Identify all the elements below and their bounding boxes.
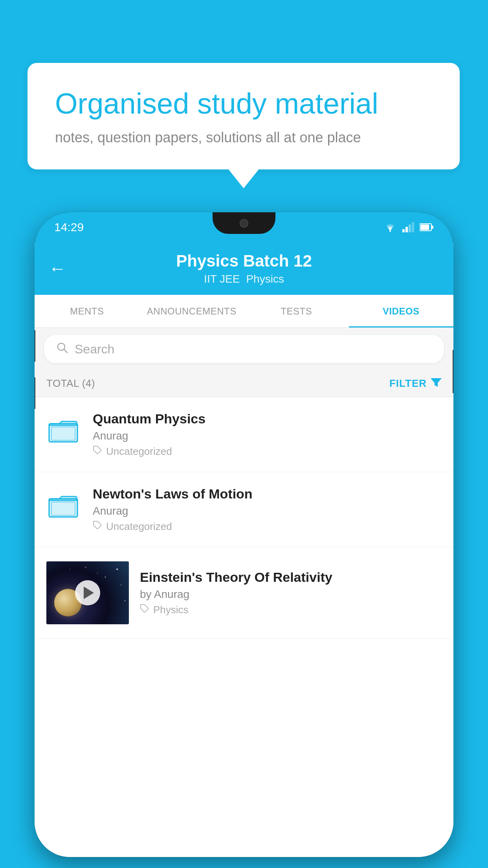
list-item[interactable]: Einstein's Theory Of Relativity by Anura… bbox=[35, 547, 453, 639]
header-subtitle: IIT JEE Physics bbox=[204, 273, 284, 285]
folder-icon-1 bbox=[46, 413, 82, 448]
list-item-content-1: Quantum Physics Anurag Uncategorized bbox=[93, 411, 442, 458]
header-title: Physics Batch 12 bbox=[176, 252, 312, 270]
svg-point-23 bbox=[97, 573, 98, 574]
list-item-content-2: Newton's Laws of Motion Anurag Uncategor… bbox=[93, 486, 442, 533]
status-bar: 14:29 bbox=[35, 212, 453, 242]
power-button bbox=[453, 350, 453, 393]
svg-rect-7 bbox=[431, 226, 433, 229]
filter-label: FILTER bbox=[389, 377, 427, 390]
bubble-title: Organised study material bbox=[55, 86, 432, 121]
svg-rect-3 bbox=[409, 224, 411, 232]
tabs-bar: MENTS ANNOUNCEMENTS TESTS VIDEOS bbox=[35, 295, 453, 328]
volume-button-up bbox=[35, 330, 35, 362]
item-author-2: Anurag bbox=[93, 505, 442, 517]
filter-icon bbox=[431, 377, 442, 390]
phone-frame: 14:29 bbox=[35, 212, 453, 857]
camera bbox=[240, 219, 248, 228]
status-icons bbox=[383, 222, 434, 232]
header-subtitle-iitjee: IIT JEE bbox=[204, 273, 240, 285]
tab-announcements[interactable]: ANNOUNCEMENTS bbox=[139, 295, 244, 327]
search-bar-container: Search bbox=[35, 328, 453, 370]
speech-bubble: Organised study material notes, question… bbox=[28, 63, 460, 169]
search-input-wrapper[interactable]: Search bbox=[44, 335, 444, 363]
svg-point-25 bbox=[125, 600, 126, 601]
item-title-2: Newton's Laws of Motion bbox=[93, 486, 442, 502]
status-time: 14:29 bbox=[54, 221, 84, 234]
battery-icon bbox=[420, 223, 434, 232]
list-item-content-3: Einstein's Theory Of Relativity by Anura… bbox=[140, 570, 442, 616]
app-header: ← Physics Batch 12 IIT JEE Physics bbox=[35, 242, 453, 295]
item-author-1: Anurag bbox=[93, 430, 442, 442]
item-title-3: Einstein's Theory Of Relativity bbox=[140, 570, 442, 585]
tag-icon-3 bbox=[140, 604, 149, 616]
wifi-icon bbox=[383, 222, 397, 232]
tab-ments[interactable]: MENTS bbox=[35, 295, 139, 327]
header-subtitle-physics: Physics bbox=[246, 273, 284, 285]
tag-label-2: Uncategorized bbox=[106, 520, 172, 533]
svg-rect-6 bbox=[420, 224, 429, 230]
svg-rect-1 bbox=[402, 229, 405, 232]
list-item[interactable]: Newton's Laws of Motion Anurag Uncategor… bbox=[35, 472, 453, 547]
tab-videos[interactable]: VIDEOS bbox=[349, 295, 454, 327]
item-tag-1: Uncategorized bbox=[93, 445, 442, 458]
play-icon bbox=[84, 587, 94, 599]
tab-tests[interactable]: TESTS bbox=[244, 295, 349, 327]
list-item[interactable]: Quantum Physics Anurag Uncategorized bbox=[35, 397, 453, 472]
phone-screen: ← Physics Batch 12 IIT JEE Physics MENTS… bbox=[35, 242, 453, 857]
svg-point-19 bbox=[116, 568, 118, 570]
signal-icon bbox=[402, 222, 414, 232]
video-thumbnail-3 bbox=[46, 561, 129, 624]
bubble-subtitle: notes, question papers, solutions all at… bbox=[55, 129, 432, 146]
filter-row: TOTAL (4) FILTER bbox=[35, 370, 453, 397]
svg-line-9 bbox=[64, 349, 67, 353]
tag-label-1: Uncategorized bbox=[106, 445, 172, 458]
notch bbox=[213, 212, 275, 234]
svg-rect-11 bbox=[48, 423, 78, 443]
search-placeholder: Search bbox=[75, 342, 114, 357]
back-button[interactable]: ← bbox=[49, 259, 66, 278]
item-tag-2: Uncategorized bbox=[93, 520, 442, 533]
svg-marker-10 bbox=[431, 378, 442, 387]
svg-point-20 bbox=[105, 577, 106, 578]
volume-button-down bbox=[35, 377, 35, 409]
total-label: TOTAL (4) bbox=[46, 377, 95, 390]
item-author-3: by Anurag bbox=[140, 588, 442, 601]
svg-rect-15 bbox=[48, 498, 78, 518]
item-title-1: Quantum Physics bbox=[93, 411, 442, 427]
svg-point-0 bbox=[389, 230, 391, 232]
svg-point-21 bbox=[121, 585, 121, 585]
filter-button[interactable]: FILTER bbox=[389, 377, 442, 390]
svg-rect-4 bbox=[412, 222, 414, 232]
folder-icon-2 bbox=[46, 488, 82, 523]
svg-rect-2 bbox=[405, 227, 408, 232]
search-icon bbox=[56, 341, 68, 357]
play-button[interactable] bbox=[75, 580, 100, 605]
tag-icon-1 bbox=[93, 445, 102, 458]
svg-point-24 bbox=[70, 569, 70, 570]
tag-icon-2 bbox=[93, 520, 102, 533]
svg-point-22 bbox=[85, 567, 86, 568]
tag-label-3: Physics bbox=[153, 604, 189, 616]
item-tag-3: Physics bbox=[140, 604, 442, 616]
content-list: Quantum Physics Anurag Uncategorized bbox=[35, 397, 453, 857]
